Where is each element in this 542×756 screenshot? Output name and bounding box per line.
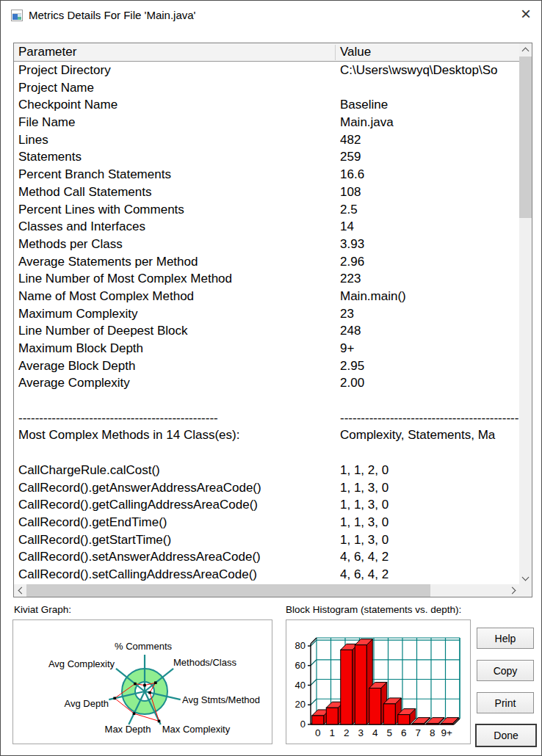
- table-row[interactable]: [14, 444, 519, 462]
- row-parameter: Maximum Complexity: [18, 305, 333, 323]
- scroll-left-icon[interactable]: [14, 584, 26, 597]
- table-row[interactable]: Percent Lines with Comments2.5: [14, 201, 519, 219]
- table-row[interactable]: Line Number of Deepest Block248: [14, 322, 519, 340]
- row-value: 1, 1, 3, 0: [340, 531, 519, 549]
- row-parameter: Average Statements per Method: [18, 253, 333, 271]
- table-row[interactable]: Methods per Class3.93: [14, 236, 519, 253]
- horizontal-scroll-thumb[interactable]: [26, 584, 430, 597]
- table-row[interactable]: Classes and Interfaces14: [14, 218, 519, 236]
- scroll-up-icon[interactable]: [519, 43, 532, 56]
- histogram-xtick-label: 5: [386, 727, 392, 738]
- table-row[interactable]: Maximum Complexity23: [14, 305, 519, 323]
- row-value: C:\Users\wswyq\Desktop\So: [340, 62, 519, 79]
- scroll-down-icon[interactable]: [519, 572, 532, 584]
- row-parameter: Project Name: [18, 79, 333, 97]
- row-value: 23: [340, 305, 519, 323]
- row-parameter: Checkpoint Name: [18, 96, 333, 114]
- column-header-value[interactable]: Value: [336, 43, 524, 61]
- close-icon[interactable]: ×: [513, 2, 538, 27]
- row-parameter: Line Number of Most Complex Method: [18, 270, 333, 288]
- table-row[interactable]: Statements259: [14, 148, 519, 166]
- table-row[interactable]: CallRecord().getStartTime()1, 1, 3, 0: [14, 531, 519, 549]
- copy-button[interactable]: Copy: [477, 660, 534, 681]
- scroll-right-icon[interactable]: [507, 584, 519, 597]
- histogram-xtick-label: 4: [372, 727, 378, 738]
- table-row[interactable]: Name of Most Complex MethodMain.main(): [14, 288, 519, 305]
- row-value: 482: [340, 131, 519, 149]
- table-row[interactable]: CallChargeRule.calCost()1, 1, 2, 0: [14, 462, 519, 479]
- table-row[interactable]: CallRecord().getEndTime()1, 1, 3, 0: [14, 514, 519, 531]
- histogram-ytick-label: 60: [295, 660, 306, 671]
- block-histogram-chart: 0204060800123456789+: [286, 620, 470, 744]
- row-parameter: CallRecord().setCallingAddressAreaCode(): [18, 566, 333, 584]
- row-value: 1, 1, 3, 0: [340, 514, 519, 531]
- block-histogram-panel: 0204060800123456789+: [286, 619, 471, 744]
- table-row[interactable]: CallRecord().getCallingAddressAreaCode()…: [14, 496, 519, 514]
- table-row[interactable]: Checkpoint NameBaseline: [14, 96, 519, 114]
- vertical-scrollbar[interactable]: [519, 43, 532, 584]
- table-row[interactable]: Method Call Statements108: [14, 183, 519, 201]
- row-parameter: [18, 392, 333, 410]
- histogram-ytick-label: 80: [295, 640, 306, 651]
- row-value: Main.main(): [340, 288, 519, 305]
- row-parameter: CallRecord().getStartTime(): [18, 531, 333, 549]
- row-parameter: Project Directory: [18, 62, 333, 79]
- table-row[interactable]: CallRecord().setCallingAddressAreaCode()…: [14, 566, 519, 584]
- table-row[interactable]: CallRecord().getAnswerAddressAreaCode()1…: [14, 479, 519, 497]
- row-parameter: Methods per Class: [18, 236, 333, 253]
- row-value: 1, 1, 3, 0: [340, 479, 519, 497]
- column-header-parameter[interactable]: Parameter: [14, 43, 336, 61]
- table-row[interactable]: Maximum Block Depth9+: [14, 340, 519, 357]
- row-parameter: CallChargeRule.calCost(): [18, 462, 333, 479]
- table-row[interactable]: Project Name: [14, 79, 519, 97]
- table-row[interactable]: Lines482: [14, 131, 519, 149]
- row-value: 9+: [340, 340, 519, 357]
- row-parameter: Line Number of Deepest Block: [18, 322, 333, 340]
- table-row[interactable]: File NameMain.java: [14, 114, 519, 131]
- print-button[interactable]: Print: [477, 692, 534, 713]
- row-value: 248: [340, 322, 519, 340]
- row-value: ----------------------------------------…: [340, 410, 519, 427]
- table-row[interactable]: ----------------------------------------…: [14, 410, 519, 427]
- kiviat-axis-label: Avg Depth: [65, 698, 109, 709]
- kiviat-graph-label: Kiviat Graph:: [14, 604, 71, 615]
- row-value: 259: [340, 148, 519, 166]
- row-value: Baseline: [340, 96, 519, 114]
- row-parameter: Name of Most Complex Method: [18, 288, 333, 305]
- table-row[interactable]: Line Number of Most Complex Method223: [14, 270, 519, 288]
- table-row[interactable]: Average Statements per Method2.96: [14, 253, 519, 271]
- kiviat-axis-label: % Comments: [115, 641, 173, 652]
- row-value: 4, 6, 4, 2: [340, 566, 519, 584]
- table-row[interactable]: CallRecord().setAnswerAddressAreaCode()4…: [14, 548, 519, 566]
- kiviat-axis-label: Max Complexity: [162, 724, 231, 735]
- row-parameter: Percent Lines with Comments: [18, 201, 333, 219]
- block-histogram-label: Block Histogram (statements vs. depth):: [286, 604, 461, 615]
- table-row[interactable]: [14, 392, 519, 410]
- table-row[interactable]: Most Complex Methods in 14 Class(es):Com…: [14, 426, 519, 444]
- table-row[interactable]: Project DirectoryC:\Users\wswyq\Desktop\…: [14, 62, 519, 79]
- done-button[interactable]: Done: [475, 724, 537, 747]
- histogram-xtick-label: 2: [344, 727, 350, 738]
- row-value: 16.6: [340, 166, 519, 183]
- table-header: Parameter Value: [14, 43, 519, 62]
- row-parameter: [18, 444, 333, 462]
- kiviat-axis-label: Avg Complexity: [48, 658, 115, 669]
- metrics-table: Parameter Value Project DirectoryC:\User…: [13, 43, 532, 597]
- table-row[interactable]: Average Block Depth2.95: [14, 357, 519, 375]
- row-value: Main.java: [340, 114, 519, 131]
- row-value: 4, 6, 4, 2: [340, 548, 519, 566]
- table-rows: Project DirectoryC:\Users\wswyq\Desktop\…: [14, 62, 519, 584]
- histogram-xtick-label: 1: [329, 727, 335, 738]
- kiviat-graph-panel: % CommentsMethods/ClassAvg Stmts/MethodM…: [12, 619, 272, 744]
- table-row[interactable]: Percent Branch Statements16.6: [14, 166, 519, 183]
- table-row[interactable]: Average Complexity2.00: [14, 374, 519, 392]
- window-title: Metrics Details For File 'Main.java': [29, 1, 195, 30]
- row-value: 223: [340, 270, 519, 288]
- help-button[interactable]: Help: [477, 628, 534, 649]
- kiviat-axis-label: Max Depth: [105, 724, 151, 735]
- histogram-ytick-label: 0: [300, 719, 306, 730]
- histogram-xtick-label: 0: [315, 727, 321, 738]
- histogram-xtick-label: 3: [358, 727, 364, 738]
- vertical-scroll-thumb[interactable]: [519, 57, 532, 218]
- horizontal-scrollbar[interactable]: [14, 584, 519, 597]
